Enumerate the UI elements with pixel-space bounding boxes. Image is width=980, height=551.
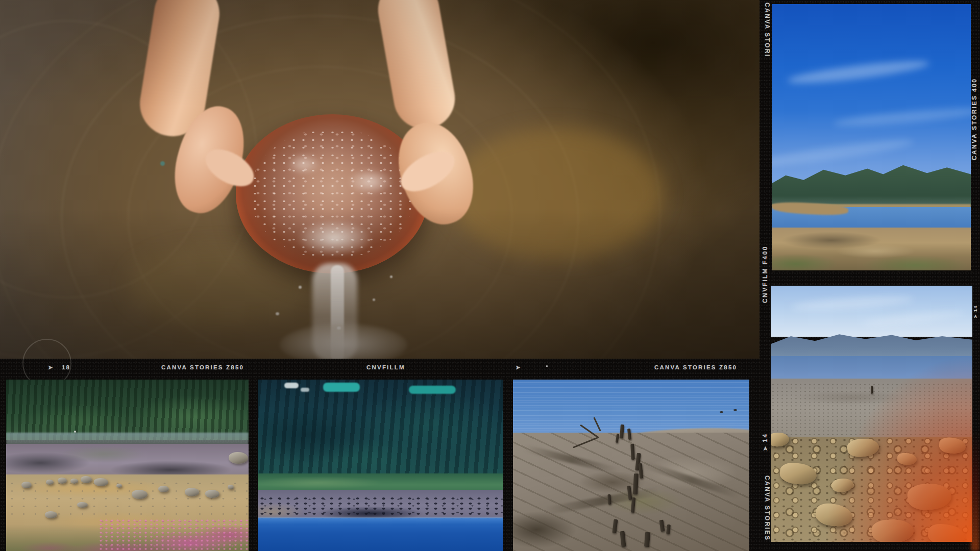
- distant-building-speck: [74, 431, 76, 433]
- bird-on-water: [733, 409, 737, 411]
- teal-pond: [409, 386, 456, 394]
- frame-arrow-icon: ➤: [48, 363, 54, 371]
- blue-forest-layer: [258, 380, 503, 480]
- pebble-texture-layer: [6, 480, 249, 520]
- rock: [228, 485, 234, 489]
- film-edge-label-right: CANVA STORIES 400: [971, 78, 978, 160]
- boulder: [229, 452, 248, 464]
- rock: [205, 490, 219, 498]
- photo-blue-forest-lake: [258, 380, 503, 551]
- forest-hillside-layer: [6, 380, 249, 440]
- frame-number: 14: [762, 433, 769, 442]
- photo-pier-posts-mudflat: [513, 380, 749, 551]
- rock: [46, 480, 54, 485]
- frame-number: 14: [973, 305, 978, 312]
- rock: [45, 511, 57, 518]
- rock: [81, 476, 92, 483]
- film-edge-label-top: CANVA STORI: [763, 3, 771, 58]
- film-collage: ➤ 18 CANVA STORIES Z850 CNVFILLM ➤ CANVA…: [0, 0, 980, 551]
- rock: [77, 502, 88, 508]
- exposed-shore-foreground: [772, 228, 971, 270]
- film-emulsion-label: CNVFILLM: [366, 363, 405, 371]
- rock: [158, 486, 169, 492]
- rock: [70, 479, 78, 484]
- film-stock-label-left: CANVA STORIES Z850: [161, 363, 244, 371]
- rock: [116, 484, 122, 488]
- teal-pond: [323, 383, 360, 392]
- photo-rocky-dry-lakebed: [771, 286, 972, 542]
- frame-marker-left: ➤ 14: [762, 433, 769, 451]
- vignette-layer: [0, 0, 760, 359]
- light-leak: [771, 286, 972, 542]
- rock: [185, 488, 199, 496]
- greenhouse-roof: [284, 383, 299, 388]
- rock: [21, 482, 32, 488]
- deep-lake-layer: [258, 518, 503, 551]
- film-edge-label-mid: CNVFILM F400: [762, 245, 769, 303]
- rock: [94, 478, 108, 486]
- wildflower-dots-layer: [98, 518, 249, 551]
- film-stock-label-right: CANVA STORIES Z850: [654, 363, 737, 371]
- mudflat-layer: [6, 444, 249, 479]
- bird-on-water: [720, 411, 723, 413]
- rock: [58, 478, 67, 484]
- dust-speck: [546, 365, 548, 367]
- frame-arrow-icon: ➤: [762, 445, 768, 451]
- photo-hands-bowl: [0, 0, 760, 359]
- pier-post: [644, 532, 650, 547]
- frame-number: 18: [62, 363, 70, 371]
- photo-lakebed-flowers: [6, 380, 249, 551]
- frame-arrow-icon: ➤: [973, 314, 978, 318]
- light-leak-edge: [971, 429, 979, 551]
- frame-marker-right: ➤ 14: [973, 305, 978, 318]
- photo-reservoir-blue-sky: [772, 4, 971, 270]
- film-edge-label-bottom: CANVA STORIES: [763, 475, 771, 541]
- rock: [132, 490, 148, 499]
- frame-arrow-icon: ➤: [516, 363, 521, 371]
- greenhouse-roof: [301, 388, 309, 392]
